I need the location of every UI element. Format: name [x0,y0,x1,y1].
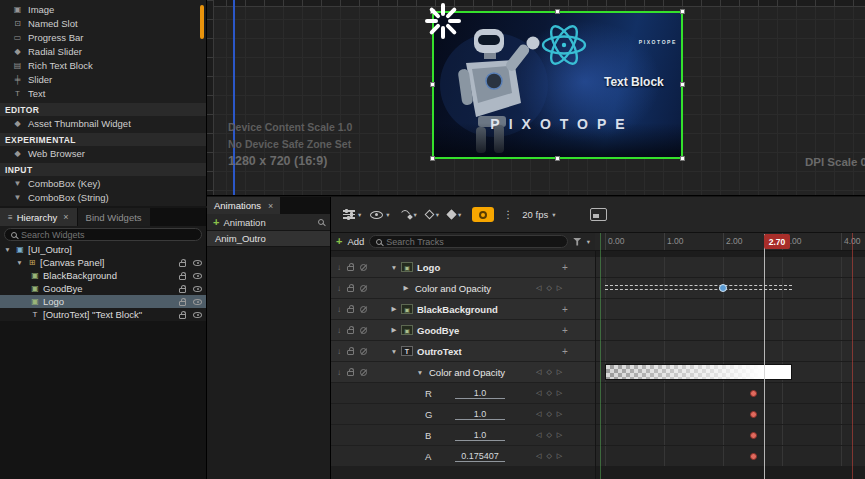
tree-row[interactable]: ▣ GoodBye [0,282,206,295]
prev-key-icon[interactable]: ◁ [536,431,541,439]
palette-item[interactable]: ▼ ComboBox (String) [0,190,206,204]
trim-arrow-icon[interactable]: ↓ [337,284,341,293]
playhead-marker[interactable]: 2.70 [764,234,790,249]
close-icon[interactable]: × [63,212,68,222]
tree-row[interactable]: ▼ ⊞ [Canvas Panel] [0,256,206,269]
timeline-lane[interactable] [595,320,865,340]
resize-handle[interactable] [680,156,685,161]
trim-arrow-icon[interactable]: ↓ [337,368,341,377]
search-widgets-box[interactable] [4,228,202,241]
keyframe-dot[interactable] [750,453,757,460]
prev-key-icon[interactable]: ◁ [536,368,541,376]
track-row[interactable]: ↓ ▼ ▣ Logo + [331,257,595,277]
visibility-eye-icon[interactable] [193,273,202,279]
keyframe-dot[interactable] [750,432,757,439]
playback-range-end[interactable] [852,233,853,479]
expander-icon[interactable]: ▶ [389,326,399,334]
resize-handle[interactable] [680,9,685,14]
channel-row[interactable]: A 0.175407 ◁ ◇ ▷ [331,446,595,466]
prev-key-icon[interactable]: ◁ [536,452,541,460]
add-key-icon[interactable]: ◇ [546,431,551,439]
trim-arrow-icon[interactable]: ↓ [337,305,341,314]
mute-icon[interactable] [360,327,367,334]
search-icon[interactable] [318,219,324,225]
tree-row[interactable]: ▼ ▣ [UI_Outro] [0,243,206,256]
add-track-button[interactable]: Add [347,236,364,247]
playhead-line[interactable] [764,234,765,479]
lock-icon[interactable] [347,287,354,292]
visibility-eye-icon[interactable] [193,299,202,305]
tab-hierarchy[interactable]: ≡ Hierarchy × [0,208,77,226]
keyframe-dot-selected[interactable] [719,284,727,292]
expander-icon[interactable]: ▼ [389,348,399,355]
track-row[interactable]: ↓ ▶ ▣ BlackBackground + [331,299,595,319]
tree-row[interactable]: T [OutroText] "Text Block" [0,308,206,321]
palette-item[interactable]: ▭ Progress Bar [0,30,206,44]
search-tracks-input[interactable] [386,237,560,247]
tab-animations[interactable]: Animations × [207,197,280,214]
fps-dropdown[interactable]: 20 fps ▾ [522,209,555,220]
expander-icon[interactable]: ▼ [389,264,399,271]
add-section-icon[interactable]: + [562,346,568,357]
palette-scrollbar[interactable] [200,5,204,39]
mute-icon[interactable] [360,306,367,313]
expander-icon[interactable]: ▼ [415,369,425,376]
auto-key-toggle[interactable] [472,207,494,222]
lock-icon[interactable] [347,308,354,313]
lock-icon[interactable] [347,266,354,271]
mute-icon[interactable] [360,264,367,271]
track-row[interactable]: ↓ ▼ T OutroText + [331,341,595,361]
resize-handle[interactable] [555,9,560,14]
add-key-icon[interactable]: ◇ [546,410,551,418]
key-all-button[interactable]: ▾ [448,211,461,219]
resize-handle[interactable] [680,82,685,87]
palette-item[interactable]: ▣ Image [0,2,206,16]
track-row[interactable]: ↓ ▶ Color and Opacity ◁ ◇ ▷ [331,278,595,298]
filter-icon[interactable] [573,238,582,246]
channel-value[interactable]: 1.0 [455,409,505,420]
selected-canvas-widget[interactable]: PIXOTOPE Text Block PIXOTOPE [432,11,683,159]
timeline-lane[interactable] [595,257,865,277]
lock-icon[interactable] [179,314,186,319]
keyframe-dot[interactable] [750,390,757,397]
timeline-lane[interactable] [595,383,865,403]
add-animation-button[interactable]: Animation [223,217,265,228]
playback-range-start[interactable] [600,233,601,479]
next-key-icon[interactable]: ▷ [557,284,562,292]
lock-icon[interactable] [179,262,186,267]
add-section-icon[interactable]: + [562,304,568,315]
expander-icon[interactable]: ▼ [3,246,12,253]
palette-item[interactable]: ⊡ Named Slot [0,16,206,30]
add-section-icon[interactable]: + [562,262,568,273]
channel-value[interactable]: 1.0 [455,430,505,441]
prev-key-icon[interactable]: ◁ [536,284,541,292]
lock-icon[interactable] [179,275,186,280]
channel-value[interactable]: 0.175407 [455,451,505,462]
lock-icon[interactable] [179,301,186,306]
lock-icon[interactable] [347,350,354,355]
add-key-icon[interactable]: ◇ [546,389,551,397]
resize-handle[interactable] [555,156,560,161]
next-key-icon[interactable]: ▷ [557,389,562,397]
tree-row[interactable]: ▣ BlackBackground [0,269,206,282]
curve-options-button[interactable]: ▾ [399,210,417,219]
keyframe-dot[interactable] [750,411,757,418]
palette-section-header[interactable]: INPUT [0,163,206,176]
more-menu-icon[interactable]: ⋮ [503,209,513,220]
track-row[interactable]: ↓ ▶ ▣ GoodBye + [331,320,595,340]
visibility-eye-icon[interactable] [193,260,202,266]
trim-arrow-icon[interactable]: ↓ [337,263,341,272]
search-widgets-input[interactable] [21,230,195,240]
animation-clip-item[interactable]: Anim_Outro [207,231,330,247]
prev-key-icon[interactable]: ◁ [536,410,541,418]
channel-value[interactable]: 1.0 [455,388,505,399]
lock-icon[interactable] [347,371,354,376]
curve-editor-icon[interactable] [590,208,607,221]
search-tracks-box[interactable] [369,235,567,248]
channel-row[interactable]: B 1.0 ◁ ◇ ▷ [331,425,595,445]
tab-bind-widgets[interactable]: Bind Widgets [78,208,150,226]
timeline-lane[interactable] [595,404,865,424]
keyframe-options-button[interactable]: ▾ [426,211,439,219]
mute-icon[interactable] [360,348,367,355]
resize-handle[interactable] [430,82,435,87]
